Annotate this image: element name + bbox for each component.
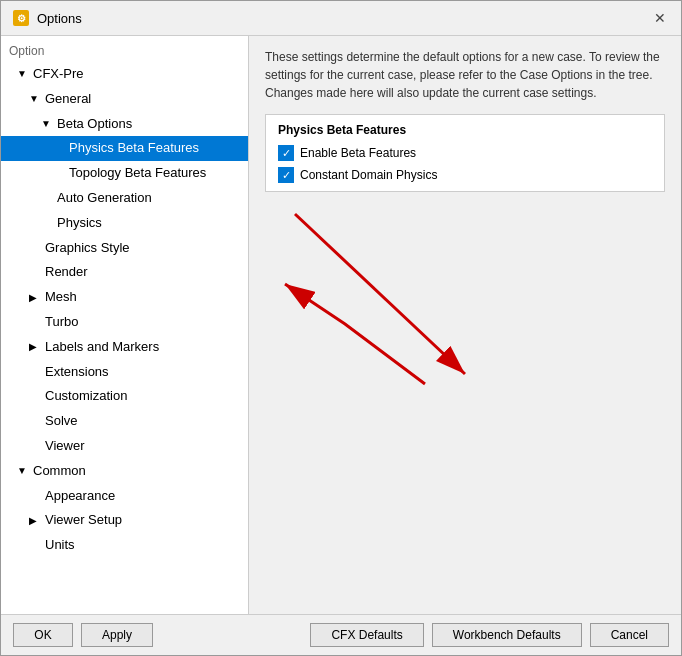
- arrow-general: ▼: [29, 91, 41, 107]
- description-text: These settings determine the default opt…: [265, 48, 665, 102]
- content-area: Option ▼ CFX-Pre ▼ General ▼ Beta Option…: [1, 36, 681, 614]
- tree-label-common: Common: [33, 461, 86, 482]
- arrow-cfx-pre: ▼: [17, 66, 29, 82]
- tree-item-solve[interactable]: Solve: [1, 409, 248, 434]
- title-bar-left: ⚙ Options: [13, 10, 82, 26]
- tree-item-render[interactable]: Render: [1, 260, 248, 285]
- tree-label-general: General: [45, 89, 91, 110]
- tree-label-beta-options: Beta Options: [57, 114, 132, 135]
- window-icon: ⚙: [13, 10, 29, 26]
- options-window: ⚙ Options ✕ Option ▼ CFX-Pre ▼ General ▼…: [0, 0, 682, 656]
- tree-label-units: Units: [45, 535, 75, 556]
- cancel-button[interactable]: Cancel: [590, 623, 669, 647]
- constant-domain-checkbox[interactable]: ✓: [278, 167, 294, 183]
- title-bar: ⚙ Options ✕: [1, 1, 681, 36]
- enable-beta-label: Enable Beta Features: [300, 146, 416, 160]
- tree-label-appearance: Appearance: [45, 486, 115, 507]
- right-panel: These settings determine the default opt…: [249, 36, 681, 614]
- arrow-viewer-setup: ▶: [29, 513, 41, 529]
- enable-beta-row: ✓ Enable Beta Features: [278, 145, 652, 161]
- tree-label-turbo: Turbo: [45, 312, 78, 333]
- tree-item-viewer[interactable]: Viewer: [1, 434, 248, 459]
- tree-label-viewer-setup: Viewer Setup: [45, 510, 122, 531]
- features-group-title: Physics Beta Features: [278, 123, 652, 137]
- tree-label-cfx-pre: CFX-Pre: [33, 64, 84, 85]
- tree-item-physics[interactable]: Physics: [1, 211, 248, 236]
- tree-item-auto-generation[interactable]: Auto Generation: [1, 186, 248, 211]
- tree-label-physics: Physics: [57, 213, 102, 234]
- tree-label-auto-generation: Auto Generation: [57, 188, 152, 209]
- ok-button[interactable]: OK: [13, 623, 73, 647]
- tree-item-extensions[interactable]: Extensions: [1, 360, 248, 385]
- tree-label-graphics-style: Graphics Style: [45, 238, 130, 259]
- enable-beta-checkmark: ✓: [282, 148, 291, 159]
- tree-item-customization[interactable]: Customization: [1, 384, 248, 409]
- arrow-mesh: ▶: [29, 290, 41, 306]
- bottom-bar: OK Apply CFX Defaults Workbench Defaults…: [1, 614, 681, 655]
- left-panel: Option ▼ CFX-Pre ▼ General ▼ Beta Option…: [1, 36, 249, 614]
- tree-label-mesh: Mesh: [45, 287, 77, 308]
- tree-item-appearance[interactable]: Appearance: [1, 484, 248, 509]
- tree-label-labels-and-markers: Labels and Markers: [45, 337, 159, 358]
- arrow-common: ▼: [17, 463, 29, 479]
- annotation-area: [265, 204, 665, 602]
- tree-item-common[interactable]: ▼ Common: [1, 459, 248, 484]
- tree-item-mesh[interactable]: ▶ Mesh: [1, 285, 248, 310]
- tree-item-viewer-setup[interactable]: ▶ Viewer Setup: [1, 508, 248, 533]
- tree-label-viewer: Viewer: [45, 436, 85, 457]
- arrow-beta-options: ▼: [41, 116, 53, 132]
- tree-item-graphics-style[interactable]: Graphics Style: [1, 236, 248, 261]
- tree-item-topology-beta-features[interactable]: Topology Beta Features: [1, 161, 248, 186]
- tree-item-cfx-pre[interactable]: ▼ CFX-Pre: [1, 62, 248, 87]
- tree-header: Option: [1, 40, 248, 62]
- tree-label-topology-beta-features: Topology Beta Features: [69, 163, 206, 184]
- tree-item-general[interactable]: ▼ General: [1, 87, 248, 112]
- features-group: Physics Beta Features ✓ Enable Beta Feat…: [265, 114, 665, 192]
- tree-item-labels-and-markers[interactable]: ▶ Labels and Markers: [1, 335, 248, 360]
- tree-item-turbo[interactable]: Turbo: [1, 310, 248, 335]
- enable-beta-checkbox[interactable]: ✓: [278, 145, 294, 161]
- tree-item-units[interactable]: Units: [1, 533, 248, 558]
- tree-label-extensions: Extensions: [45, 362, 109, 383]
- cfx-defaults-button[interactable]: CFX Defaults: [310, 623, 423, 647]
- window-title: Options: [37, 11, 82, 26]
- tree-item-beta-options[interactable]: ▼ Beta Options: [1, 112, 248, 137]
- workbench-defaults-button[interactable]: Workbench Defaults: [432, 623, 582, 647]
- constant-domain-label: Constant Domain Physics: [300, 168, 437, 182]
- tree-label-physics-beta-features: Physics Beta Features: [69, 138, 199, 159]
- constant-domain-checkmark: ✓: [282, 170, 291, 181]
- close-button[interactable]: ✕: [651, 9, 669, 27]
- annotation-svg: [265, 204, 665, 464]
- tree-item-physics-beta-features[interactable]: Physics Beta Features: [1, 136, 248, 161]
- arrow-labels: ▶: [29, 339, 41, 355]
- tree-label-customization: Customization: [45, 386, 127, 407]
- constant-domain-row: ✓ Constant Domain Physics: [278, 167, 652, 183]
- tree-label-render: Render: [45, 262, 88, 283]
- apply-button[interactable]: Apply: [81, 623, 153, 647]
- tree-label-solve: Solve: [45, 411, 78, 432]
